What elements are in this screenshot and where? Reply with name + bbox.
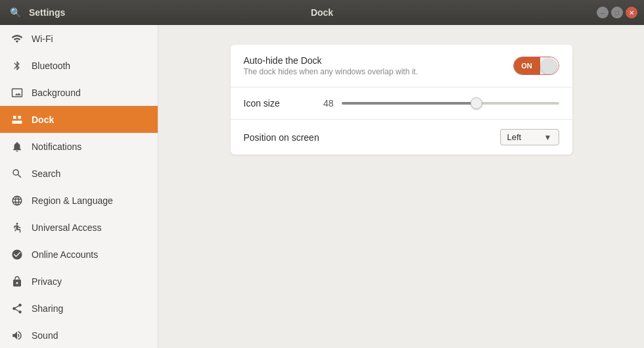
auto-hide-subtitle: The dock hides when any windows overlap … (244, 67, 418, 76)
search-icon: 🔍 (10, 7, 21, 18)
position-row: Position on screen Left ▼ (231, 120, 572, 155)
sidebar-item-label: Sound (32, 330, 58, 341)
close-icon: ✕ (629, 9, 634, 16)
position-select[interactable]: Left ▼ (500, 129, 559, 145)
wifi-icon (11, 32, 24, 45)
icon-size-label: Icon size (244, 98, 310, 109)
slider-container (342, 97, 559, 110)
sidebar-item-notifications[interactable]: Notifications (0, 133, 158, 160)
auto-hide-text: Auto-hide the Dock The dock hides when a… (244, 55, 418, 76)
bluetooth-icon (11, 59, 24, 72)
sidebar-item-label: Background (32, 87, 81, 98)
toggle-knob (541, 59, 557, 74)
settings-label: Settings (29, 7, 65, 18)
slider-thumb[interactable] (471, 97, 482, 109)
online-accounts-icon (11, 248, 24, 261)
position-label: Position on screen (244, 132, 492, 143)
sidebar-item-sharing[interactable]: Sharing (0, 295, 158, 322)
sidebar-item-search[interactable]: Search (0, 160, 158, 187)
icon-size-row: Icon size 48 (231, 87, 572, 120)
auto-hide-row: Auto-hide the Dock The dock hides when a… (231, 45, 572, 87)
minimize-icon: – (601, 9, 605, 16)
minimize-button[interactable]: – (597, 7, 609, 18)
sidebar-item-label: Wi-Fi (32, 34, 53, 44)
close-button[interactable]: ✕ (626, 7, 637, 18)
content-area: Auto-hide the Dock The dock hides when a… (158, 25, 644, 348)
auto-hide-title: Auto-hide the Dock (244, 55, 418, 66)
background-icon (11, 86, 24, 99)
sidebar-item-label: Region & Language (32, 195, 113, 206)
search-sidebar-icon (11, 167, 24, 180)
slider-track (342, 102, 559, 105)
settings-card: Auto-hide the Dock The dock hides when a… (231, 45, 572, 155)
svg-rect-1 (13, 116, 16, 119)
position-select-label: Left (507, 132, 522, 142)
dock-icon (11, 113, 24, 126)
maximize-button[interactable]: □ (611, 7, 623, 18)
auto-hide-toggle[interactable]: ON (513, 57, 559, 75)
privacy-icon (11, 275, 24, 288)
search-button[interactable]: 🔍 (7, 4, 24, 21)
slider-fill (342, 102, 476, 105)
sidebar-item-label: Dock (32, 114, 54, 125)
sidebar-item-bluetooth[interactable]: Bluetooth (0, 52, 158, 79)
universal-icon (11, 221, 24, 234)
sound-icon (11, 329, 24, 342)
region-icon (11, 194, 24, 207)
sidebar-item-label: Privacy (32, 276, 62, 287)
sharing-icon (11, 302, 24, 315)
titlebar-title: Dock (311, 7, 333, 18)
sidebar-item-label: Universal Access (32, 222, 102, 233)
sidebar-item-region[interactable]: Region & Language (0, 187, 158, 214)
svg-rect-0 (12, 120, 22, 124)
svg-point-3 (16, 222, 18, 224)
sidebar-item-label: Online Accounts (32, 249, 98, 260)
sidebar-item-label: Notifications (32, 141, 81, 152)
notifications-icon (11, 140, 24, 153)
sidebar-item-label: Search (32, 168, 60, 179)
sidebar-item-universal[interactable]: Universal Access (0, 214, 158, 241)
toggle-on-label: ON (514, 57, 540, 74)
maximize-icon: □ (615, 9, 619, 16)
svg-rect-2 (18, 116, 22, 119)
sidebar-item-online-accounts[interactable]: Online Accounts (0, 241, 158, 268)
sidebar-item-background[interactable]: Background (0, 79, 158, 106)
icon-size-value: 48 (317, 98, 334, 109)
sidebar-item-label: Sharing (32, 303, 63, 314)
sidebar-item-label: Bluetooth (32, 61, 70, 71)
sidebar: Wi-Fi Bluetooth Background (0, 25, 158, 348)
chevron-down-icon: ▼ (544, 133, 552, 142)
sidebar-item-sound[interactable]: Sound (0, 322, 158, 348)
sidebar-item-privacy[interactable]: Privacy (0, 268, 158, 295)
sidebar-item-dock[interactable]: Dock (0, 106, 158, 133)
sidebar-item-wifi[interactable]: Wi-Fi (0, 25, 158, 52)
titlebar: 🔍 Settings Dock – □ ✕ (0, 0, 644, 25)
